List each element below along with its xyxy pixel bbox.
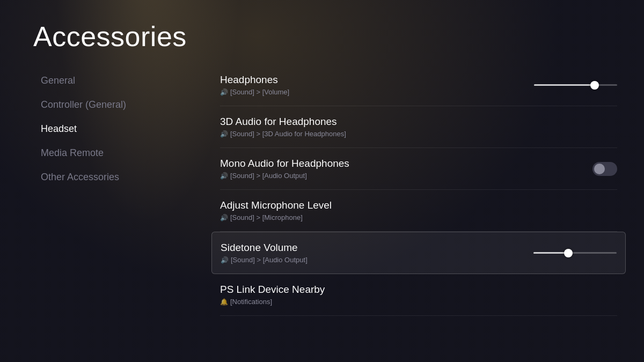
setting-title-mono-audio: Mono Audio for Headphones — [220, 158, 349, 169]
toggle-mono-audio[interactable] — [592, 162, 617, 176]
sidebar-item-headset[interactable]: Headset — [33, 118, 210, 140]
setting-subtitle-ps-link: 🔔 [Notifications] — [220, 298, 325, 306]
sound-icon-headphones: 🔊 — [220, 88, 228, 96]
setting-info-ps-link: PS Link Device Nearby 🔔 [Notifications] — [220, 284, 325, 306]
bell-icon-ps-link: 🔔 — [220, 298, 228, 306]
page-title: Accessories — [33, 20, 187, 53]
setting-title-3d-audio: 3D Audio for Headphones — [220, 116, 346, 128]
slider-sidetone[interactable] — [533, 252, 617, 254]
setting-info-sidetone: Sidetone Volume 🔊 [Sound] > [Audio Outpu… — [221, 242, 308, 264]
setting-row-3d-audio[interactable]: 3D Audio for Headphones 🔊 [Sound] > [3D … — [220, 106, 617, 148]
sidebar-item-controller-general[interactable]: Controller (General) — [33, 94, 210, 116]
setting-subtitle-headphones: 🔊 [Sound] > [Volume] — [220, 88, 289, 96]
setting-info-headphones: Headphones 🔊 [Sound] > [Volume] — [220, 74, 289, 96]
sidebar-item-media-remote[interactable]: Media Remote — [33, 142, 210, 164]
sound-icon-mono-audio: 🔊 — [220, 172, 228, 180]
setting-row-sidetone[interactable]: Sidetone Volume 🔊 [Sound] > [Audio Outpu… — [211, 232, 626, 274]
sound-icon-3d-audio: 🔊 — [220, 130, 228, 138]
slider-track-sidetone — [533, 252, 617, 254]
slider-headphones[interactable] — [534, 84, 617, 86]
setting-info-mono-audio: Mono Audio for Headphones 🔊 [Sound] > [A… — [220, 158, 349, 180]
setting-row-mono-audio[interactable]: Mono Audio for Headphones 🔊 [Sound] > [A… — [220, 148, 617, 190]
setting-row-ps-link[interactable]: PS Link Device Nearby 🔔 [Notifications] — [220, 274, 617, 316]
setting-subtitle-mono-audio: 🔊 [Sound] > [Audio Output] — [220, 172, 349, 180]
sound-icon-microphone-level: 🔊 — [220, 214, 228, 221]
setting-title-headphones: Headphones — [220, 74, 289, 86]
toggle-thumb-mono-audio — [594, 164, 605, 174]
setting-subtitle-sidetone: 🔊 [Sound] > [Audio Output] — [221, 256, 308, 264]
setting-info-microphone-level: Adjust Microphone Level 🔊 [Sound] > [Mic… — [220, 200, 332, 221]
slider-fill-headphones — [534, 84, 595, 86]
sidebar: General Controller (General) Headset Med… — [33, 70, 210, 188]
setting-title-ps-link: PS Link Device Nearby — [220, 284, 325, 295]
setting-info-3d-audio: 3D Audio for Headphones 🔊 [Sound] > [3D … — [220, 116, 346, 138]
sound-icon-sidetone: 🔊 — [221, 256, 229, 264]
setting-subtitle-microphone-level: 🔊 [Sound] > [Microphone] — [220, 213, 332, 221]
slider-thumb-headphones[interactable] — [590, 81, 599, 90]
setting-row-headphones[interactable]: Headphones 🔊 [Sound] > [Volume] — [220, 64, 617, 106]
setting-subtitle-3d-audio: 🔊 [Sound] > [3D Audio for Headphones] — [220, 130, 346, 138]
slider-thumb-sidetone[interactable] — [564, 249, 573, 257]
setting-title-microphone-level: Adjust Microphone Level — [220, 200, 332, 211]
sidebar-item-general[interactable]: General — [33, 70, 210, 92]
setting-row-microphone-level[interactable]: Adjust Microphone Level 🔊 [Sound] > [Mic… — [220, 190, 617, 232]
sidebar-item-other-accessories[interactable]: Other Accessories — [33, 166, 210, 188]
setting-title-sidetone: Sidetone Volume — [221, 242, 308, 254]
slider-track-headphones — [534, 84, 617, 86]
settings-list: Headphones 🔊 [Sound] > [Volume] 3D Audio… — [220, 64, 617, 316]
slider-fill-sidetone — [533, 252, 568, 254]
